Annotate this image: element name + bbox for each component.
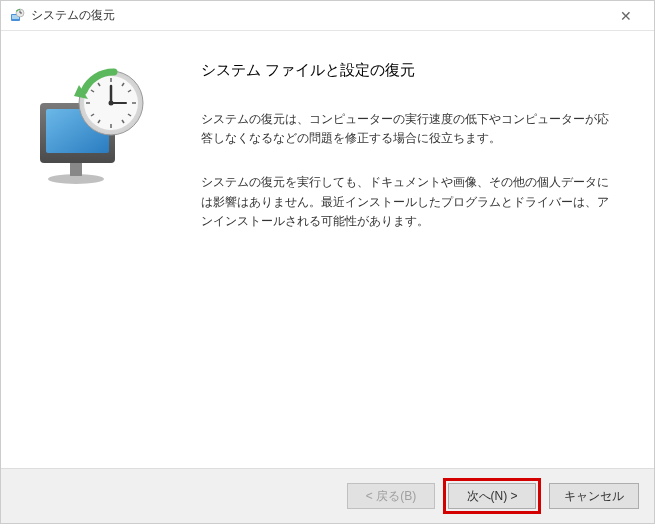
system-restore-window: システムの復元 ✕ bbox=[0, 0, 655, 524]
back-button: < 戻る(B) bbox=[347, 483, 435, 509]
right-pane: システム ファイルと設定の復元 システムの復元は、コンピューターの実行速度の低下… bbox=[181, 31, 654, 468]
content-area: システム ファイルと設定の復元 システムの復元は、コンピューターの実行速度の低下… bbox=[1, 31, 654, 468]
highlight-annotation: 次へ(N) > bbox=[443, 478, 541, 514]
svg-point-24 bbox=[109, 101, 114, 106]
page-heading: システム ファイルと設定の復元 bbox=[201, 61, 614, 80]
svg-rect-5 bbox=[70, 161, 82, 176]
system-restore-graphic-icon bbox=[26, 61, 156, 191]
cancel-button[interactable]: キャンセル bbox=[549, 483, 639, 509]
close-button[interactable]: ✕ bbox=[606, 2, 646, 30]
next-button[interactable]: 次へ(N) > bbox=[448, 483, 536, 509]
description-paragraph-2: システムの復元を実行しても、ドキュメントや画像、その他の個人データには影響はあり… bbox=[201, 173, 614, 231]
description-paragraph-1: システムの復元は、コンピューターの実行速度の低下やコンピューターが応答しなくなる… bbox=[201, 110, 614, 148]
titlebar: システムの復元 ✕ bbox=[1, 1, 654, 31]
button-bar: < 戻る(B) 次へ(N) > キャンセル bbox=[1, 468, 654, 523]
left-pane bbox=[1, 31, 181, 468]
system-restore-icon bbox=[9, 8, 25, 24]
window-title: システムの復元 bbox=[31, 7, 606, 24]
